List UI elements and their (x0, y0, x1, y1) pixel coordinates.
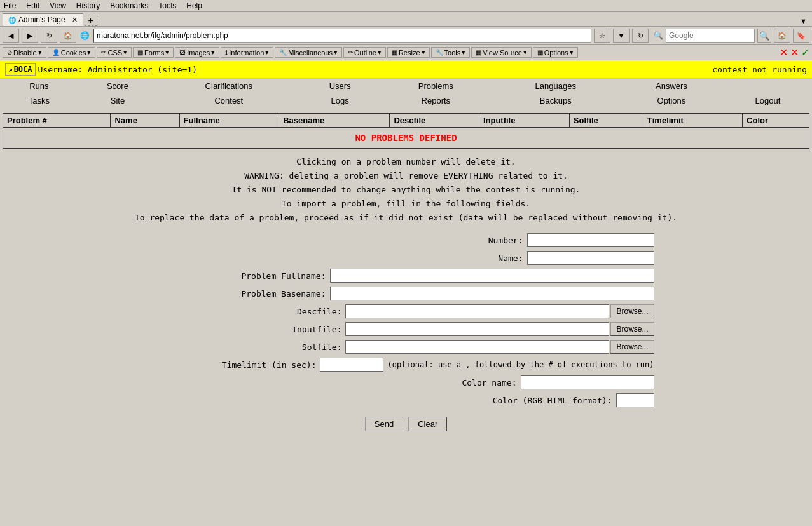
webdev-options-label: Options (544, 49, 568, 57)
form-row-timelimit: Timelimit (in sec): (optional: use a , f… (158, 358, 654, 372)
webdev-disable-label: Disable (13, 49, 37, 57)
stop-red2-icon[interactable]: ✕ (790, 46, 799, 58)
webdev-miscellaneous-arrow: ▾ (334, 48, 338, 57)
descfile-browse-button[interactable]: Browse... (610, 304, 654, 318)
descfile-input[interactable] (345, 304, 609, 318)
menu-file[interactable]: File (4, 1, 16, 10)
form-row-name: Name: (158, 251, 654, 265)
fullname-input[interactable] (330, 269, 654, 283)
solfile-browse-button[interactable]: Browse... (610, 340, 654, 354)
menu-bookmarks[interactable]: Bookmarks (110, 1, 148, 10)
webdev-images-label: Images (187, 49, 210, 57)
search-input[interactable] (666, 29, 755, 43)
nav-users[interactable]: Users (329, 81, 351, 91)
tab-list-button[interactable]: ▼ (797, 16, 809, 26)
webdev-outline[interactable]: ✏ Outline ▾ (343, 47, 386, 58)
search-go-button[interactable]: 🔍 (757, 29, 771, 43)
webdev-options[interactable]: ▦ Options ▾ (533, 47, 578, 58)
home-button[interactable]: 🏠 (60, 29, 76, 43)
page-wrapper: ↗ BOCA Username: Administrator (site=1) … (0, 60, 812, 442)
bookmark-dropdown[interactable]: ▼ (613, 29, 630, 43)
outline-icon: ✏ (348, 49, 353, 56)
resize-icon: ▦ (392, 49, 397, 56)
nav-tasks[interactable]: Tasks (29, 96, 50, 105)
colorname-input[interactable] (521, 375, 654, 389)
menu-history[interactable]: History (76, 1, 100, 10)
send-button[interactable]: Send (365, 417, 403, 431)
webdev-tools-arrow: ▾ (462, 48, 465, 57)
instruction-line3: It is NOT recommended to change anything… (3, 183, 809, 197)
form-row-descfile: Descfile: Browse... (158, 304, 654, 318)
instruction-line5: To replace the data of a problem, procee… (3, 211, 809, 225)
webdev-view-source-arrow: ▾ (523, 48, 527, 57)
label-colorrgb: Color (RGB HTML format): (485, 396, 612, 405)
menu-tools[interactable]: Tools (158, 1, 176, 10)
nav-languages[interactable]: Languages (535, 81, 576, 91)
menu-edit[interactable]: Edit (26, 1, 39, 10)
nav-backups[interactable]: Backups (540, 96, 572, 105)
back-button[interactable]: ◀ (3, 29, 19, 43)
nav-options[interactable]: Options (657, 96, 686, 105)
webdev-information[interactable]: ℹ Information ▾ (221, 47, 273, 58)
nav-problems[interactable]: Problems (418, 81, 453, 91)
timelimit-input[interactable] (320, 358, 383, 372)
clear-button[interactable]: Clear (408, 417, 447, 431)
instruction-line4: To import a problem, fill in the followi… (3, 197, 809, 211)
css-icon: ✏ (101, 49, 106, 56)
forward-button[interactable]: ▶ (22, 29, 38, 43)
nav-score[interactable]: Score (107, 81, 128, 91)
webdev-disable-arrow: ▾ (38, 48, 42, 57)
webdev-outline-label: Outline (354, 49, 376, 57)
col-timelimit: Timelimit (643, 114, 743, 128)
inputfile-input[interactable] (345, 322, 609, 336)
webdev-cookies[interactable]: 👤 Cookies ▾ (48, 47, 96, 58)
new-tab-button[interactable]: + (85, 15, 97, 26)
webdev-forms[interactable]: ▦ Forms ▾ (133, 47, 174, 58)
menu-view[interactable]: View (50, 1, 66, 10)
reload-button[interactable]: ↻ (632, 29, 649, 43)
nav-home-btn[interactable]: 🏠 (774, 29, 790, 43)
bookmark-star[interactable]: ☆ (594, 29, 610, 43)
stop-red-icon[interactable]: ✕ (780, 46, 788, 58)
tab-label: Admin's Page (18, 15, 65, 24)
forms-icon: ▦ (137, 49, 143, 56)
webdev-disable[interactable]: ⊘ Disable ▾ (3, 47, 46, 58)
webdev-view-source[interactable]: ▦ View Source ▾ (471, 47, 532, 58)
nav-contest[interactable]: Contest (214, 96, 243, 105)
username-bar: ↗ BOCA Username: Administrator (site=1) … (0, 60, 812, 79)
images-icon: 🖼 (179, 49, 186, 56)
solfile-input[interactable] (345, 340, 609, 354)
colorrgb-input[interactable] (616, 393, 654, 407)
url-bar[interactable] (93, 29, 591, 43)
webdev-css[interactable]: ✏ CSS ▾ (97, 47, 132, 58)
webdev-css-arrow: ▾ (123, 48, 127, 57)
nav-answers[interactable]: Answers (656, 81, 687, 91)
nav-bookmark-btn[interactable]: 🔖 (793, 29, 809, 43)
nav-logs[interactable]: Logs (331, 96, 349, 105)
name-input[interactable] (527, 251, 654, 265)
webdev-miscellaneous[interactable]: 🔧 Miscellaneous ▾ (275, 47, 342, 58)
tab-close-icon[interactable]: ✕ (72, 16, 78, 24)
label-timelimit: Timelimit (in sec): (189, 360, 316, 370)
nav-clarifications[interactable]: Clarifications (205, 81, 252, 91)
webdev-resize[interactable]: ▦ Resize ▾ (387, 47, 430, 58)
webdev-images-arrow: ▾ (211, 48, 215, 57)
tab-admin[interactable]: 🌐 Admin's Page ✕ (3, 13, 83, 26)
label-name: Name: (396, 253, 523, 263)
refresh-button[interactable]: ↻ (41, 29, 57, 43)
check-green-icon[interactable]: ✓ (801, 46, 809, 58)
webdev-images[interactable]: 🖼 Images ▾ (175, 47, 219, 58)
label-solfile: Solfile: (214, 342, 341, 352)
col-name: Name (111, 114, 179, 128)
nav-site[interactable]: Site (111, 96, 125, 105)
nav-reports[interactable]: Reports (422, 96, 451, 105)
menu-help[interactable]: Help (186, 1, 202, 10)
basename-input[interactable] (330, 287, 654, 300)
webdev-tools[interactable]: 🔧 Tools ▾ (431, 47, 471, 58)
inputfile-browse-button[interactable]: Browse... (610, 322, 654, 336)
nav-runs[interactable]: Runs (29, 81, 48, 91)
label-number: Number: (396, 236, 523, 245)
no-problems-message: NO PROBLEMS DEFINED (355, 133, 457, 143)
number-input[interactable] (527, 233, 654, 247)
nav-logout[interactable]: Logout (755, 96, 781, 105)
